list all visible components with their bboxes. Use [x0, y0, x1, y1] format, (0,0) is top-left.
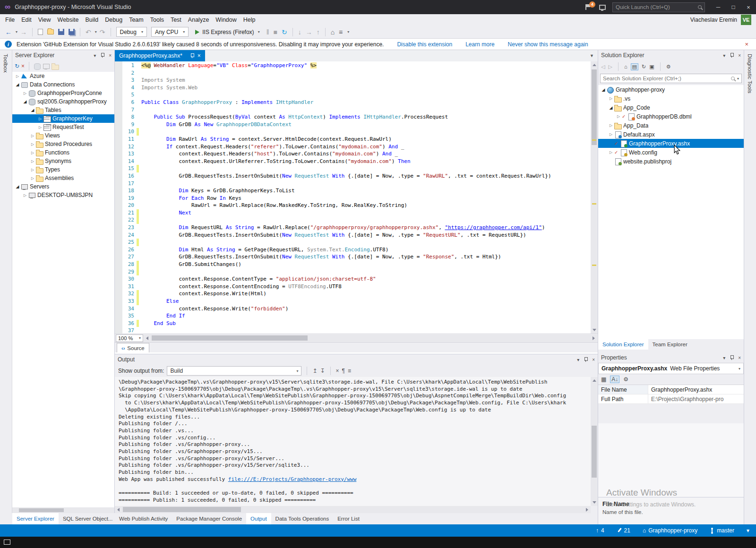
tab-solution-explorer[interactable]: Solution Explorer [598, 339, 648, 350]
git-branch-status[interactable]: master [710, 527, 734, 534]
code-line-27[interactable]: 27 GrDB.RequestTests.InsertOnSubmit(New … [115, 253, 591, 261]
solution-search-box[interactable]: ▾ [600, 74, 742, 83]
tree-item-graphhopperproxyconne[interactable]: ▷GraphhopperProxyConne [12, 89, 114, 97]
code-line-34[interactable]: 34 context.Response.Write("forbidden") [115, 305, 591, 313]
expander-icon[interactable]: ▷ [608, 123, 614, 128]
output-log[interactable]: \Debug\Package\PackageTmp\.vs\Graphhoppe… [115, 377, 591, 506]
tree-item-app-code[interactable]: ◢App_Code [598, 103, 744, 112]
expander-icon[interactable]: ▷ [608, 132, 614, 137]
tab-package-manager-console[interactable]: Package Manager Console [172, 513, 246, 524]
code-line-16[interactable]: 16 GrDB.RequestTests.InsertOnSubmit(New … [115, 172, 591, 180]
git-changes-status[interactable]: 21 [617, 527, 630, 534]
start-debugging-button[interactable]: IIS Express (Firefox) ▾ [192, 27, 262, 37]
refresh-icon[interactable]: ↻ [15, 63, 19, 69]
learn-more-link[interactable]: Learn more [465, 41, 494, 48]
code-line-35[interactable]: 35 End If [115, 312, 591, 320]
code-line-28[interactable]: 28 GrDB.SubmitChanges() [115, 261, 591, 268]
menu-team[interactable]: Team [126, 14, 147, 25]
expander-icon[interactable]: ◢ [14, 82, 21, 87]
expander-icon[interactable]: ▷ [22, 193, 28, 197]
expander-icon[interactable]: ▷ [29, 176, 36, 180]
prev-message-icon[interactable]: ↥ [312, 368, 317, 374]
tree-item-functions[interactable]: ▷Functions [12, 148, 114, 157]
document-tab[interactable]: GraphhopperProxy.ashx* × [115, 50, 205, 61]
navigate-forward-icon[interactable]: → [19, 29, 28, 35]
save-icon[interactable] [58, 29, 64, 35]
scroll-down-icon[interactable] [593, 501, 596, 504]
property-row-file-name[interactable]: File NameGraphhopperProxy.ashx [598, 385, 744, 394]
property-pages-icon[interactable]: ⚙ [623, 376, 628, 383]
minimize-button[interactable]: ─ [711, 0, 726, 14]
scroll-up-icon[interactable] [593, 379, 596, 382]
code-line-8[interactable]: 8 Public Sub ProcessRequest(ByVal contex… [115, 113, 591, 121]
close-icon[interactable]: × [738, 355, 741, 360]
code-line-17[interactable]: 17 [115, 180, 591, 188]
undo-dropdown-icon[interactable]: ▾ [95, 30, 97, 34]
scrollbar-thumb[interactable] [152, 335, 308, 341]
menu-build[interactable]: Build [82, 14, 102, 25]
code-line-20[interactable]: 20 RawUrl = RawUrl.Replace(Row.MaskedKey… [115, 202, 591, 209]
scroll-right-icon[interactable] [593, 336, 595, 340]
tab-sql-server-object-explorer[interactable]: SQL Server Object... [59, 513, 117, 524]
expander-icon[interactable]: ▷ [29, 151, 36, 155]
code-line-36[interactable]: 36 End Sub [115, 320, 591, 327]
show-all-files-icon[interactable]: ▤ [631, 63, 638, 70]
expander-icon[interactable]: ◢ [22, 99, 28, 104]
server-explorer-hscrollbar[interactable] [12, 507, 114, 513]
stop-refresh-icon[interactable]: × [21, 63, 25, 69]
expander-icon[interactable]: ▷ [37, 117, 43, 121]
alphabetical-icon[interactable]: A↓ [610, 376, 619, 383]
connect-server-icon[interactable] [43, 63, 50, 69]
menu-view[interactable]: View [35, 14, 54, 25]
tree-item-assemblies[interactable]: ▷Assemblies [12, 174, 114, 182]
menu-help[interactable]: Help [240, 14, 259, 25]
open-file-icon[interactable] [47, 29, 54, 34]
output-vscrollbar[interactable] [591, 377, 598, 506]
notifications-icon[interactable]: ▾ [747, 527, 749, 534]
expander-icon[interactable]: ◢ [600, 87, 607, 92]
step-into-icon[interactable]: ↓ [297, 29, 303, 35]
tree-item-types[interactable]: ▷Types [12, 165, 114, 174]
tree-item-app-data[interactable]: ▷App_Data [598, 121, 744, 130]
tree-item-desktop-um8sjpn[interactable]: ▷DESKTOP-UM8SJPN [12, 191, 114, 199]
editor-vscrollbar[interactable] [591, 61, 598, 334]
step-out-icon[interactable]: ↑ [315, 29, 321, 35]
property-value[interactable]: GraphhopperProxy.ashx [648, 385, 744, 394]
code-line-11[interactable]: 11 Dim RawUrl As String = context.Server… [115, 136, 591, 143]
diagnostic-tools-side-tab[interactable]: Diagnostic Tools [744, 50, 756, 524]
code-line-24[interactable]: 24 GrDB.RequestTests.InsertOnSubmit(New … [115, 231, 591, 239]
pause-icon[interactable]: ‖ [265, 29, 271, 35]
code-line-23[interactable]: 23 Dim RequestURL As String = RawUrl.Rep… [115, 224, 591, 231]
tree-item-graphhopper-proxy[interactable]: ◢Graphhopper-proxy [598, 85, 744, 94]
properties-icon[interactable]: ⚙ [666, 64, 671, 70]
never-show-again-link[interactable]: Never show this message again [508, 41, 588, 48]
scrollbar-thumb[interactable] [592, 426, 597, 478]
expander-icon[interactable]: ▷ [29, 168, 36, 172]
navigate-back-icon[interactable]: ← [4, 29, 13, 35]
tab-team-explorer[interactable]: Team Explorer [648, 339, 692, 350]
pin-icon[interactable] [100, 53, 104, 58]
tree-item-web-config[interactable]: ▷✓Web.config [598, 148, 744, 157]
code-line-4[interactable]: 4Imports System.Web [115, 84, 591, 92]
tree-item-stored-procedures[interactable]: ▷Stored Procedures [12, 140, 114, 148]
tab-close-icon[interactable]: × [198, 52, 201, 59]
code-line-19[interactable]: 19 For Each Row In Keys [115, 195, 591, 202]
scroll-left-icon[interactable] [146, 336, 148, 340]
undo-icon[interactable]: ↶ [84, 29, 93, 35]
next-message-icon[interactable]: ↧ [320, 368, 325, 374]
home-icon[interactable]: ⌂ [624, 64, 627, 69]
tree-item-azure[interactable]: ▷Azure [12, 72, 114, 80]
code-line-31[interactable]: 31 context.Response.ContentEncoding = UT… [115, 283, 591, 291]
tree-item-vs[interactable]: ▷.vs [598, 94, 744, 103]
close-icon[interactable]: × [738, 53, 741, 58]
code-line-3[interactable]: 3Imports System [115, 77, 591, 84]
expander-icon[interactable]: ◢ [29, 108, 36, 112]
menu-test[interactable]: Test [167, 14, 185, 25]
collapse-all-icon[interactable]: ▣ [649, 64, 654, 70]
feedback-screen-icon[interactable] [599, 5, 606, 10]
step-over-icon[interactable]: → [304, 29, 314, 35]
back-dropdown-icon[interactable]: ▾ [16, 30, 17, 34]
expander-icon[interactable]: ◢ [14, 184, 21, 189]
menu-file[interactable]: File [2, 14, 18, 25]
new-file-icon[interactable] [38, 29, 43, 35]
